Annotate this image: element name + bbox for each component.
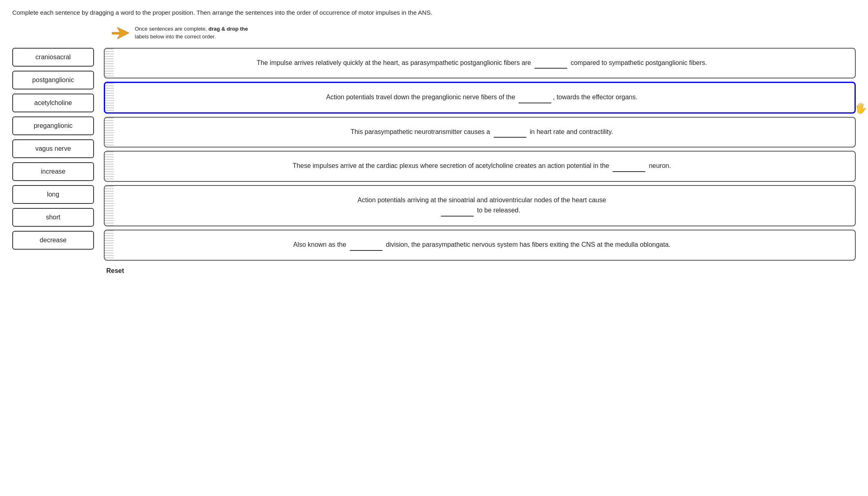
- word-bank: craniosacralpostganglionicacetylcholinep…: [12, 48, 94, 250]
- drag-handle-s3[interactable]: [105, 118, 114, 147]
- blank-s5[interactable]: [441, 205, 474, 217]
- blank-s4[interactable]: [613, 161, 645, 172]
- sentence-box-s3: This parasympathetic neurotransmitter ca…: [104, 117, 856, 148]
- sentence-box-s1: The impulse arrives relatively quickly a…: [104, 48, 856, 79]
- cursor-hand-icon: 🖐: [855, 101, 867, 116]
- word-tile-w7[interactable]: long: [12, 185, 94, 204]
- word-tile-w8[interactable]: short: [12, 208, 94, 227]
- sentence-text-s4: These impulses arrive at the cardiac ple…: [289, 162, 671, 169]
- sentence-text-s1: The impulse arrives relatively quickly a…: [253, 59, 707, 66]
- arrow-icon: [110, 25, 131, 41]
- word-tile-w6[interactable]: increase: [12, 162, 94, 181]
- sentence-text-s5: Action potentials arriving at the sinoat…: [353, 197, 606, 214]
- blank-s6[interactable]: [350, 239, 383, 251]
- word-tile-w9[interactable]: decrease: [12, 231, 94, 250]
- sentence-box-s4: These impulses arrive at the cardiac ple…: [104, 151, 856, 182]
- drag-handle-s5[interactable]: [105, 186, 114, 226]
- sentence-text-s3: This parasympathetic neurotransmitter ca…: [347, 128, 613, 135]
- instruction-text: Complete each sentence by dragging a wor…: [12, 8, 856, 18]
- drag-hint-container: Once sentences are complete, drag & drop…: [110, 25, 856, 41]
- blank-s3[interactable]: [494, 127, 526, 138]
- sentence-text-s6: Also known as the division, the parasymp…: [289, 241, 670, 248]
- main-layout: craniosacralpostganglionicacetylcholinep…: [12, 48, 856, 261]
- word-tile-w4[interactable]: preganglionic: [12, 116, 94, 135]
- reset-button[interactable]: Reset: [106, 267, 124, 275]
- drag-handle-s2[interactable]: [105, 83, 114, 112]
- drag-handle-s4[interactable]: [105, 152, 114, 181]
- word-tile-w2[interactable]: postganglionic: [12, 71, 94, 89]
- sentence-text-s2: Action potentials travel down the pregan…: [322, 94, 638, 101]
- sentence-box-s5: Action potentials arriving at the sinoat…: [104, 185, 856, 226]
- blank-s2[interactable]: [519, 92, 551, 103]
- word-tile-w3[interactable]: acetylcholine: [12, 94, 94, 112]
- drag-handle-s6[interactable]: [105, 230, 114, 260]
- blank-s1[interactable]: [535, 58, 567, 69]
- drag-handle-s1[interactable]: [105, 49, 114, 78]
- word-tile-w5[interactable]: vagus nerve: [12, 139, 94, 158]
- sentence-box-s6: Also known as the division, the parasymp…: [104, 230, 856, 261]
- drag-hint-text: Once sentences are complete, drag & drop…: [135, 25, 248, 40]
- sentence-box-s2: Action potentials travel down the pregan…: [104, 82, 856, 114]
- sentences-area: The impulse arrives relatively quickly a…: [104, 48, 856, 261]
- svg-marker-0: [112, 27, 129, 39]
- word-tile-w1[interactable]: craniosacral: [12, 48, 94, 67]
